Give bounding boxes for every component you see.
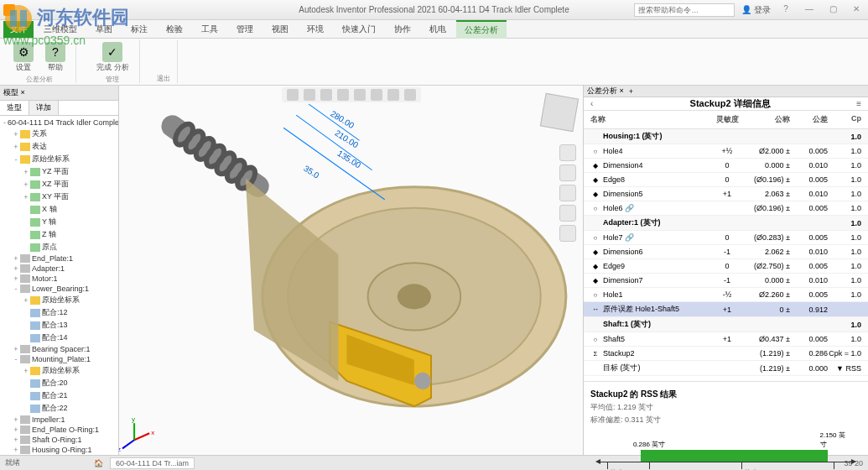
svg-text:z: z (119, 446, 121, 453)
rss-std: 标准偏差: 0.311 英寸 (590, 415, 861, 426)
tree-node[interactable]: 配合:12 (2, 306, 117, 319)
tree-node[interactable]: 配合:13 (2, 319, 117, 332)
help-search-input[interactable] (634, 3, 735, 17)
tolerance-row[interactable]: ○Hole6 🔗(Ø0.196) ±0.0051.0 (584, 201, 868, 216)
workspace: 模型 × 造型详加 -60-04-111 D4 Track Idler Comp… (0, 86, 868, 455)
tolerance-row[interactable]: ◆Dimension5+12.063 ±0.0101.0 (584, 187, 868, 201)
tolerance-row[interactable]: ○Hole4+½Ø2.000 ±0.0051.0 (584, 144, 868, 159)
tree-node[interactable]: 配合:22 (2, 402, 117, 415)
titlebar: Autodesk Inventor Professional 2021 60-0… (0, 0, 868, 20)
svg-point-14 (398, 284, 431, 309)
ribbon-tab-9[interactable]: 快速入门 (334, 21, 384, 38)
tree-node[interactable]: 配合:14 (2, 332, 117, 344)
rss-result-panel: Stackup2 的 RSS 结果 平均值: 1.219 英寸 标准偏差: 0.… (584, 381, 868, 470)
ribbon-tab-8[interactable]: 环境 (299, 21, 332, 38)
ribbon-tab-2[interactable]: 草图 (87, 21, 121, 38)
tree-node[interactable]: Z 轴 (2, 228, 117, 241)
tolerance-row[interactable]: ○Hole1-½Ø2.260 ±0.0051.0 (584, 288, 868, 302)
tree-node[interactable]: +Adapter:1 (2, 264, 117, 274)
tolerance-row[interactable]: ○Shaft5+1Ø0.437 ±0.0051.0 (584, 332, 868, 347)
back-icon[interactable]: ‹ (590, 99, 604, 108)
model-subtab[interactable]: 造型 (0, 101, 29, 115)
tree-node[interactable]: -Mounting_Plate:1 (2, 354, 117, 364)
ribbon-tab-5[interactable]: 工具 (193, 21, 226, 38)
ribbon-tab-1[interactable]: 三维模型 (35, 21, 86, 38)
rss-title: Stackup2 的 RSS 结果 (590, 389, 861, 400)
tolerance-row[interactable]: ○Hole7 🔗0(Ø0.283) ±0.0051.0 (584, 231, 868, 245)
document-title: Autodesk Inventor Professional 2021 60-0… (299, 5, 569, 14)
tree-node[interactable]: +关系 (2, 128, 117, 140)
svg-text:135.00: 135.00 (335, 149, 362, 170)
ribbon-button[interactable]: ⚙设置 (10, 40, 37, 75)
tree-node[interactable]: +XY 平面 (2, 191, 117, 203)
chart-top-label: 2.150 英寸 (820, 431, 848, 449)
model-subtabs: 造型详加 (0, 101, 118, 116)
tolerance-row[interactable]: ◆Dimension6-12.062 ±0.0101.0 (584, 245, 868, 259)
tree-node[interactable]: +原始坐标系 (2, 294, 117, 306)
minimize-icon[interactable]: — (801, 4, 818, 16)
svg-point-15 (414, 373, 431, 389)
ribbon-button[interactable]: ?帮助 (42, 40, 69, 75)
ribbon-tab-7[interactable]: 视图 (263, 21, 297, 38)
ribbon-tab-10[interactable]: 协作 (386, 21, 419, 38)
tol-tab[interactable]: 公差分析 × (587, 86, 624, 97)
tree-node[interactable]: 配合:20 (2, 377, 117, 389)
document-tab[interactable]: 60-04-111 D4 Tr...iam (110, 457, 195, 469)
add-tab-icon[interactable]: + (629, 87, 633, 96)
rss-bar (641, 450, 828, 462)
home-icon[interactable]: 🏠 (94, 459, 103, 467)
tolerance-row[interactable]: ΣStackup2(1.219) ±0.286Cpk = 1.0 (584, 347, 868, 361)
tree-node[interactable]: +End_Plate:1 (2, 253, 117, 264)
tree-node[interactable]: 配合:21 (2, 389, 117, 402)
tree-root[interactable]: -60-04-111 D4 Track Idler Complete (2, 118, 117, 128)
ribbon-group: 退出 (150, 40, 178, 83)
tolerance-row[interactable]: ◆Edge80(Ø0.196) ±0.0051.0 (584, 173, 868, 187)
ribbon-group-label: 公差分析 (26, 75, 53, 84)
maximize-icon[interactable]: ▢ (824, 4, 841, 16)
tree-node[interactable]: +End_Plate O-Ring:1 (2, 425, 117, 435)
ribbon-tab-0[interactable]: 文件 (3, 21, 34, 38)
tree-node[interactable]: 原点 (2, 241, 117, 253)
menu-icon[interactable]: ≡ (856, 99, 861, 108)
tolerance-row[interactable]: ↔原件误差 Hole1-Shaft5+10 ±0.912 (584, 302, 868, 317)
tree-node[interactable]: +XZ 平面 (2, 178, 117, 191)
tolerance-row[interactable]: ◆Edge90(Ø2.750) ±0.0051.0 (584, 259, 868, 274)
tree-node[interactable]: -原始坐标系 (2, 153, 117, 165)
model-subtab[interactable]: 详加 (29, 101, 59, 115)
tree-node[interactable]: +Motor:1 (2, 274, 117, 284)
ribbon-tab-3[interactable]: 标注 (122, 21, 156, 38)
ribbon-group: ✓完成 分析管理 (86, 40, 140, 83)
tree-node[interactable]: +Bearing Spacer:1 (2, 344, 117, 354)
tolerance-row[interactable]: 目标 (英寸)(1.219) ±0.000▼ RSS (584, 361, 868, 376)
model-tree: -60-04-111 D4 Track Idler Complete +关系+表… (0, 116, 118, 455)
ribbon-group-label: 退出 (157, 74, 170, 83)
tree-node[interactable]: X 轴 (2, 203, 117, 216)
user-login[interactable]: 👤 登录 (741, 4, 771, 16)
tolerance-row[interactable]: Housing:1 (英寸)1.0 (584, 129, 868, 144)
tree-node[interactable]: +Housing O-Ring:1 (2, 445, 117, 455)
tree-node[interactable]: +表达 (2, 140, 117, 153)
tree-node[interactable]: Y 轴 (2, 216, 117, 228)
ribbon-tab-6[interactable]: 管理 (228, 21, 262, 38)
svg-text:x: x (151, 429, 154, 436)
tree-node[interactable]: +Impeller:1 (2, 415, 117, 425)
tolerance-row[interactable]: ◆Dimension400.000 ±0.0101.0 (584, 159, 868, 173)
tolerance-row[interactable]: ◆Dimension7-10.000 ±0.0101.0 (584, 274, 868, 288)
tree-node[interactable]: +Shaft O-Ring:1 (2, 435, 117, 445)
model-render: 280.00 210.00 135.00 35.0 x y z (119, 86, 583, 455)
close-icon[interactable]: ✕ (848, 4, 865, 16)
3d-viewport[interactable]: 280.00 210.00 135.00 35.0 x y z (119, 86, 583, 455)
tree-node[interactable]: +原始坐标系 (2, 364, 117, 377)
tolerance-row[interactable]: Adapter:1 (英寸)1.0 (584, 216, 868, 231)
svg-text:y: y (132, 415, 135, 423)
ribbon-button[interactable]: ✓完成 分析 (93, 40, 133, 75)
tolerance-row[interactable]: Shaft:1 (英寸)1.0 (584, 317, 868, 332)
tree-node[interactable]: -Lower_Bearing:1 (2, 284, 117, 294)
ribbon-tab-12[interactable]: 公差分析 (456, 20, 507, 39)
tree-node[interactable]: +YZ 平面 (2, 165, 117, 178)
ready-label: 就绪 (5, 457, 20, 468)
ribbon-tab-11[interactable]: 机电 (421, 21, 455, 38)
ribbon-tab-4[interactable]: 检验 (158, 21, 191, 38)
help-icon[interactable]: ? (777, 4, 794, 16)
tolerance-panel: 公差分析 × + ‹ Stackup2 详细信息 ≡ 名称 灵敏度 公称 公差 … (583, 86, 868, 455)
